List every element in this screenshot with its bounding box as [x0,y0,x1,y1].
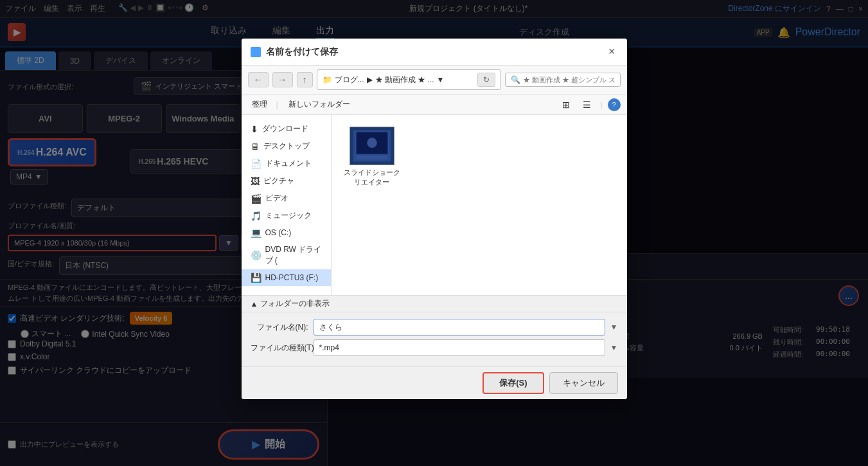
sidebar-documents[interactable]: 📄 ドキュメント [242,155,331,172]
path-display[interactable]: 📁 ブログ... ▶ ★ 動画作成 ★ ... ▼ ↻ [317,69,501,90]
dialog-nav: ← → ↑ 📁 ブログ... ▶ ★ 動画作成 ★ ... ▼ ↻ 🔍 [242,66,627,94]
documents-icon: 📄 [251,159,261,169]
filetype-dropdown-arrow: ▼ [610,343,618,352]
filetype-select[interactable]: *.mp4 [314,339,605,356]
file-thumb-svg [350,127,394,165]
sidebar-downloads[interactable]: ⬇ ダウンロード [242,120,331,138]
dvd-label: DVD RW ドライブ ( [265,244,324,266]
toolbar-separator: | [276,100,278,109]
filetype-row: ファイルの種類(T): *.mp4 ▼ [251,339,618,356]
os-icon: 💻 [251,228,261,238]
pictures-label: ピクチャ [263,175,294,186]
dialog-toolbar: 整理 | 新しいフォルダー ⊞ ☰ | ? [242,94,627,115]
dialog-close-btn[interactable]: × [606,45,618,58]
dialog-icon [251,47,261,57]
organize-btn[interactable]: 整理 [248,97,271,112]
nav-back-btn[interactable]: ← [248,72,269,87]
svg-rect-6 [356,156,387,160]
dialog-actions: 保存(S) キャンセル [242,366,627,399]
sidebar-dvd[interactable]: 💿 DVD RW ドライブ ( [242,241,331,269]
hd-icon: 💾 [251,273,261,283]
filename-row: ファイル名(N): ▼ [251,319,618,336]
pictures-icon: 🖼 [251,176,260,186]
dialog-search-input[interactable] [523,76,615,84]
sidebar-hd[interactable]: 💾 HD-PCTU3 (F:) [242,269,331,286]
path-segment1: ブログ... [335,75,364,85]
desktop-icon: 🖥 [251,141,260,152]
dialog-footer: ファイル名(N): ▼ ファイルの種類(T): *.mp4 ▼ [242,312,627,366]
music-icon: 🎵 [251,211,261,221]
file-item-slideshow[interactable]: スライドショークリエイター [343,127,401,187]
filename-input[interactable] [314,319,605,336]
dialog-title: 名前を付けて保存 [251,46,338,58]
downloads-icon: ⬇ [251,124,258,134]
collapse-btn[interactable]: ▲ フォルダーの非表示 [251,298,330,309]
path-dropdown[interactable]: ▼ [437,75,445,84]
path-icon: 📁 [323,75,332,84]
dialog-title-bar: 名前を付けて保存 × [242,39,627,66]
dialog-body: ⬇ ダウンロード 🖥 デスクトップ 📄 ドキュメント 🖼 ピクチャ 🎬 [242,115,627,295]
sidebar-pictures[interactable]: 🖼 ピクチャ [242,172,331,190]
downloads-label: ダウンロード [262,123,308,134]
new-folder-btn[interactable]: 新しいフォルダー [283,97,355,112]
filetype-label: ファイルの種類(T): [251,343,308,354]
view-separator: | [600,100,602,109]
svg-point-5 [367,138,377,148]
view-btn[interactable]: ⊞ [558,98,574,112]
file-thumbnail [350,127,394,165]
sidebar-videos[interactable]: 🎬 ビデオ [242,190,331,207]
videos-icon: 🎬 [251,193,261,204]
dialog-content: スライドショークリエイター [332,115,627,295]
dialog-sidebar: ⬇ ダウンロード 🖥 デスクトップ 📄 ドキュメント 🖼 ピクチャ 🎬 [242,115,332,295]
sidebar-music[interactable]: 🎵 ミュージック [242,207,331,224]
filename-label: ファイル名(N): [251,322,308,333]
dialog-title-text: 名前を付けて保存 [266,46,338,58]
cancel-button[interactable]: キャンセル [549,372,618,394]
path-separator: ▶ [367,75,373,84]
collapse-row: ▲ フォルダーの非表示 [242,295,627,312]
sidebar-desktop[interactable]: 🖥 デスクトップ [242,138,331,155]
save-dialog: 名前を付けて保存 × ← → ↑ 📁 ブログ... ▶ ★ 動画作成 ★ ...… [242,39,627,399]
view-list-btn[interactable]: ☰ [579,98,595,112]
desktop-label: デスクトップ [263,141,310,152]
path-segment2: ★ 動画作成 ★ ... [375,75,434,85]
help-dialog-btn[interactable]: ? [608,98,621,111]
collapse-arrow: ▲ [251,300,258,309]
path-refresh-btn[interactable]: ↻ [477,73,495,87]
file-item-name: スライドショークリエイター [343,168,401,187]
hd-label: HD-PCTU3 (F:) [265,273,319,282]
search-icon: 🔍 [511,75,520,84]
save-button[interactable]: 保存(S) [483,372,544,394]
documents-label: ドキュメント [265,158,312,169]
nav-up-btn[interactable]: ↑ [297,72,313,87]
nav-forward-btn[interactable]: → [272,72,293,87]
filename-dropdown-arrow[interactable]: ▼ [610,323,618,332]
os-label: OS (C:) [265,228,292,237]
dialog-overlay: 名前を付けて保存 × ← → ↑ 📁 ブログ... ▶ ★ 動画作成 ★ ...… [0,0,868,466]
collapse-label: フォルダーの非表示 [260,298,330,309]
dvd-icon: 💿 [251,250,261,260]
music-label: ミュージック [265,210,312,221]
sidebar-os[interactable]: 💻 OS (C:) [242,224,331,241]
videos-label: ビデオ [265,193,288,204]
